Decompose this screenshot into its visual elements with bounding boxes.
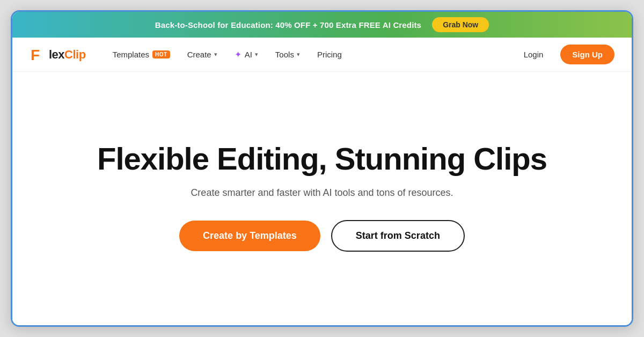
nav-item-ai[interactable]: ✦ AI ▾ [227,45,266,64]
navbar: F lexClip Templates HOT Create ▾ ✦ AI ▾ [12,38,632,72]
nav-right: Login Sign Up [513,45,614,64]
banner-text: Back-to-School for Education: 40% OFF + … [155,20,421,30]
signup-button[interactable]: Sign Up [560,45,614,64]
logo[interactable]: F lexClip [30,46,86,63]
nav-links: Templates HOT Create ▾ ✦ AI ▾ Tools ▾ Pr [105,45,513,64]
create-by-templates-button[interactable]: Create by Templates [179,221,320,251]
main-content: Flexible Editing, Stunning Clips Create … [12,72,632,325]
nav-label-create: Create [187,50,211,59]
grab-now-button[interactable]: Grab Now [432,17,489,32]
hero-subtitle: Create smarter and faster with AI tools … [191,187,453,199]
login-button[interactable]: Login [513,46,554,63]
browser-frame: Back-to-School for Education: 40% OFF + … [11,10,633,327]
cta-buttons: Create by Templates Start from Scratch [179,220,465,252]
promo-banner: Back-to-School for Education: 40% OFF + … [12,12,632,38]
nav-item-pricing[interactable]: Pricing [310,46,349,63]
hot-badge: HOT [152,50,170,58]
nav-label-tools: Tools [275,50,294,59]
start-from-scratch-button[interactable]: Start from Scratch [331,220,465,252]
hero-title: Flexible Editing, Stunning Clips [97,141,547,177]
nav-label-pricing: Pricing [317,50,342,59]
nav-item-templates[interactable]: Templates HOT [105,46,178,63]
chevron-down-icon: ▾ [214,51,217,58]
nav-label-ai: AI [245,50,252,59]
logo-icon: F [30,46,47,63]
nav-item-tools[interactable]: Tools ▾ [268,46,308,63]
svg-text:F: F [31,47,40,63]
logo-text: lexClip [49,48,86,62]
chevron-down-icon-tools: ▾ [297,51,300,58]
nav-label-templates: Templates [113,50,149,59]
chevron-down-icon-ai: ▾ [255,51,258,58]
ai-star-icon: ✦ [235,49,241,60]
nav-item-create[interactable]: Create ▾ [180,46,225,63]
